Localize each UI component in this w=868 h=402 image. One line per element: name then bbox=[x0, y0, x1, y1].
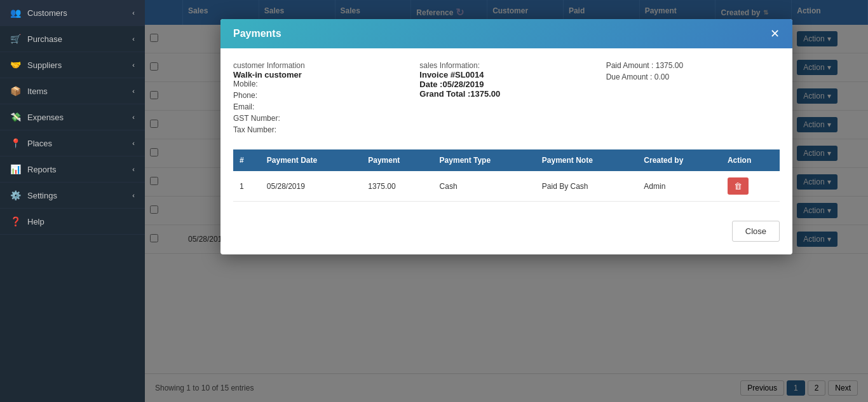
sidebar-item-suppliers[interactable]: 🤝 Suppliers ‹ bbox=[0, 52, 145, 78]
delete-payment-button[interactable]: 🗑 bbox=[728, 177, 749, 195]
sidebar: 👥 Customers ‹ 🛒 Purchase ‹ 🤝 Suppliers ‹… bbox=[0, 0, 145, 402]
modal-th-payment-type: Payment Type bbox=[433, 149, 536, 171]
customer-tax: Tax Number: bbox=[233, 125, 407, 134]
chevron-icon: ‹ bbox=[132, 113, 135, 121]
chevron-icon: ‹ bbox=[132, 191, 135, 199]
sidebar-item-reports[interactable]: 📊 Reports ‹ bbox=[0, 156, 145, 183]
places-icon: 📍 bbox=[10, 138, 21, 148]
due-amount-row: Due Amount : 0.00 bbox=[606, 73, 780, 81]
payment-type: Cash bbox=[433, 171, 536, 202]
settings-icon: ⚙️ bbox=[10, 190, 21, 200]
customers-icon: 👥 bbox=[10, 8, 21, 18]
sidebar-item-expenses[interactable]: 💸 Expenses ‹ bbox=[0, 104, 145, 130]
purchase-icon: 🛒 bbox=[10, 34, 21, 44]
invoice-number: Invoice #SL0014 bbox=[419, 70, 593, 80]
sidebar-item-help[interactable]: ❓ Help bbox=[0, 209, 145, 235]
chevron-icon: ‹ bbox=[132, 61, 135, 69]
reports-icon: 📊 bbox=[10, 164, 21, 174]
modal-th-payment-date: Payment Date bbox=[261, 149, 362, 171]
payments-modal: Payments ✕ customer Information Walk-in … bbox=[220, 19, 792, 254]
paid-amount-row: Paid Amount : 1375.00 bbox=[606, 61, 780, 70]
modal-close-footer-button[interactable]: Close bbox=[732, 221, 780, 242]
customer-info-section: customer Information Walk-in customer Mo… bbox=[233, 61, 407, 137]
invoice-date: Date :05/28/2019 bbox=[419, 80, 593, 89]
modal-th-action: Action bbox=[721, 149, 780, 171]
sidebar-item-purchase[interactable]: 🛒 Purchase ‹ bbox=[0, 26, 145, 52]
customer-mobile: Mobile: bbox=[233, 80, 407, 88]
suppliers-icon: 🤝 bbox=[10, 60, 21, 70]
chevron-icon: ‹ bbox=[132, 165, 135, 173]
sidebar-item-items[interactable]: 📦 Items ‹ bbox=[0, 78, 145, 104]
sales-info-section: sales Information: Invoice #SL0014 Date … bbox=[419, 61, 593, 137]
payment-row: 1 05/28/2019 1375.00 Cash Paid By Cash A… bbox=[233, 171, 780, 202]
items-icon: 📦 bbox=[10, 86, 21, 96]
sidebar-item-places[interactable]: 📍 Places ‹ bbox=[0, 130, 145, 156]
sidebar-item-settings[interactable]: ⚙️ Settings ‹ bbox=[0, 183, 145, 209]
payment-num: 1 bbox=[233, 171, 261, 202]
chevron-icon: ‹ bbox=[132, 139, 135, 147]
payment-note: Paid By Cash bbox=[536, 171, 638, 202]
payment-summary-section: Paid Amount : 1375.00 Due Amount : 0.00 bbox=[606, 61, 780, 137]
chevron-icon: ‹ bbox=[132, 9, 135, 17]
grand-total: Grand Total :1375.00 bbox=[419, 89, 593, 99]
customer-name: Walk-in customer bbox=[233, 70, 407, 80]
payments-table: # Payment Date Payment Payment Type Paym… bbox=[233, 149, 780, 202]
main-content: Sales Sales Sales Reference ↻ Customer P… bbox=[145, 0, 868, 402]
payment-date: 05/28/2019 bbox=[261, 171, 362, 202]
modal-header: Payments ✕ bbox=[220, 19, 792, 48]
modal-th-num: # bbox=[233, 149, 261, 171]
modal-footer: Close bbox=[233, 214, 780, 242]
customer-gst: GST Number: bbox=[233, 114, 407, 123]
help-icon: ❓ bbox=[10, 216, 21, 226]
expenses-icon: 💸 bbox=[10, 112, 21, 122]
payment-action: 🗑 bbox=[721, 171, 780, 202]
chevron-icon: ‹ bbox=[132, 87, 135, 95]
modal-title: Payments bbox=[233, 28, 281, 39]
customer-email: Email: bbox=[233, 102, 407, 111]
modal-th-payment: Payment bbox=[362, 149, 433, 171]
modal-th-created-by: Created by bbox=[637, 149, 721, 171]
chevron-icon: ‹ bbox=[132, 35, 135, 43]
customer-phone: Phone: bbox=[233, 91, 407, 100]
sales-section-label: sales Information: bbox=[419, 61, 593, 70]
payment-created-by: Admin bbox=[637, 171, 721, 202]
modal-close-button[interactable]: ✕ bbox=[770, 28, 780, 39]
payment-amount: 1375.00 bbox=[362, 171, 433, 202]
modal-info-grid: customer Information Walk-in customer Mo… bbox=[233, 61, 780, 137]
modal-th-payment-note: Payment Note bbox=[536, 149, 638, 171]
modal-overlay: Payments ✕ customer Information Walk-in … bbox=[145, 0, 868, 402]
modal-body: customer Information Walk-in customer Mo… bbox=[220, 48, 792, 254]
sidebar-item-customers[interactable]: 👥 Customers ‹ bbox=[0, 0, 145, 26]
customer-section-label: customer Information bbox=[233, 61, 407, 70]
